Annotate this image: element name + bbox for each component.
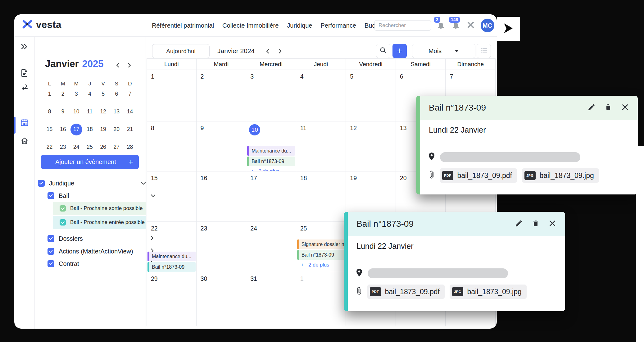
mini-day[interactable]: 12 [97, 103, 110, 121]
tree-item-actions[interactable]: Actions (MatterActionView) [48, 246, 133, 256]
day-cell[interactable]: 4 [296, 70, 346, 121]
mini-day[interactable]: 27 [110, 138, 123, 156]
mini-day[interactable]: 4 [83, 85, 96, 103]
attachment-pdf[interactable]: PDF bail_1873_09.pdf [440, 168, 517, 183]
mini-day[interactable]: 25 [83, 138, 96, 156]
chevron-right-icon[interactable] [127, 62, 132, 70]
day-cell[interactable]: 3 [246, 70, 296, 121]
mini-day[interactable]: 9 [56, 103, 70, 121]
edit-icon[interactable] [587, 103, 596, 112]
nav-referentiel[interactable]: Référentiel patrimonial [152, 22, 214, 29]
day-cell[interactable]: 1 [147, 70, 197, 121]
checkbox-bail[interactable] [48, 192, 54, 199]
brand-logo[interactable]: vesta [22, 19, 61, 30]
day-cell[interactable]: 2 [197, 70, 247, 121]
checkbox-contrat[interactable] [48, 260, 54, 267]
more-events-link[interactable]: +2 de plus [246, 168, 296, 171]
mini-day[interactable]: 5 [97, 85, 110, 103]
day-cell[interactable]: 5 [346, 70, 396, 121]
mini-day[interactable]: 20 [110, 121, 123, 138]
attachment-jpg[interactable]: JPG bail_1873_09.jpg [522, 168, 599, 183]
home-icon[interactable] [20, 137, 29, 146]
day-cell[interactable]: 29 [147, 272, 197, 326]
day-cell-selected[interactable]: 10 Maintenance du... Bail n°1873-09 +2 d… [246, 121, 296, 171]
mini-day[interactable]: 13 [110, 103, 123, 121]
tree-item-bail[interactable]: Bail [48, 191, 69, 201]
day-cell[interactable]: 18 [296, 171, 346, 222]
mini-day[interactable]: 1 [43, 85, 56, 103]
day-cell[interactable]: 23 [197, 222, 247, 272]
mini-day[interactable]: 2 [56, 85, 70, 103]
tree-item-bail-sortie[interactable]: Bail - Prochaine sortie possible [53, 202, 146, 215]
day-cell[interactable]: 8 [147, 121, 197, 171]
nav-performance[interactable]: Performance [320, 22, 356, 29]
mini-day[interactable]: 15 [43, 121, 56, 138]
event-chip[interactable]: Signature dossier n°2... [297, 239, 345, 249]
day-cell[interactable]: 16 [197, 171, 247, 222]
notification-bell-2[interactable]: 148 [451, 21, 461, 30]
avatar[interactable]: MC [481, 19, 494, 32]
attachment-pdf[interactable]: PDF bail_1873_09.pdf [367, 285, 445, 299]
document-icon[interactable] [21, 69, 28, 78]
event-chip[interactable]: Maintenance du... [147, 252, 196, 261]
mini-day[interactable]: 14 [123, 103, 137, 121]
mini-day[interactable]: 10 [70, 103, 83, 121]
swap-arrows-icon[interactable] [20, 84, 29, 92]
mini-day[interactable]: 6 [110, 85, 123, 103]
trash-icon[interactable] [605, 103, 612, 112]
nav-juridique[interactable]: Juridique [287, 22, 312, 29]
view-select[interactable]: Mois [412, 44, 475, 58]
checkbox-actions[interactable] [48, 248, 54, 255]
close-icon[interactable] [621, 103, 629, 112]
tree-item-bail-entree[interactable]: Bail - Prochaine entrée possible [53, 216, 146, 229]
day-cell[interactable]: 15 [147, 171, 197, 222]
day-cell[interactable]: 17 [246, 171, 296, 222]
attachment-jpg[interactable]: JPG bail_1873_09.jpg [450, 285, 527, 299]
tree-item-juridique[interactable]: Juridique [38, 178, 74, 188]
trash-icon[interactable] [532, 219, 539, 229]
event-chip[interactable]: Maintenance du... [247, 146, 295, 156]
mini-day[interactable]: 26 [97, 138, 110, 156]
event-chip[interactable]: Bail n°1873-09 [247, 157, 295, 166]
checkbox-juridique[interactable] [38, 180, 45, 187]
mini-day[interactable]: 24 [70, 138, 83, 156]
checkbox-dossiers[interactable] [48, 235, 54, 242]
chevron-down-icon[interactable] [141, 180, 146, 186]
mini-day[interactable]: 22 [43, 138, 56, 156]
mini-day[interactable]: 21 [123, 121, 137, 138]
mini-day[interactable]: 19 [97, 121, 110, 138]
mini-day[interactable]: 28 [123, 138, 137, 156]
mini-day[interactable]: 16 [56, 121, 70, 138]
add-event-button[interactable]: Ajouter un évènement + [41, 155, 139, 169]
tree-item-dossiers[interactable]: Dossiers [48, 234, 83, 244]
create-event-button[interactable]: + [392, 44, 407, 58]
nav-collecte[interactable]: Collecte Immobilière [222, 22, 279, 29]
checkbox-bail-entree[interactable] [60, 219, 66, 226]
day-cell-22[interactable]: 22 Maintenance du... Bail n°1873-09 [147, 222, 197, 272]
day-cell[interactable]: 9 [197, 121, 247, 171]
day-cell-muted[interactable]: 1 [296, 272, 346, 326]
mini-day[interactable]: 23 [56, 138, 70, 156]
search-events-button[interactable] [376, 44, 390, 58]
list-view-button[interactable] [477, 44, 491, 58]
tree-item-contrat[interactable]: Contrat [48, 259, 79, 269]
day-cell[interactable]: 12 [346, 121, 396, 171]
day-cell[interactable]: 31 [246, 272, 296, 326]
day-cell-25[interactable]: 25 Signature dossier n°2... Bail n°1873-… [296, 222, 346, 272]
expand-sidebar-icon[interactable] [20, 43, 29, 52]
mini-day[interactable]: 8 [43, 103, 56, 121]
chevron-left-icon[interactable] [265, 48, 270, 56]
day-cell[interactable]: 30 [197, 272, 247, 326]
mini-day[interactable]: 3 [70, 85, 83, 103]
day-cell[interactable]: 24 [246, 222, 296, 272]
mini-day[interactable]: 11 [83, 103, 96, 121]
checkbox-bail-sortie[interactable] [60, 205, 66, 212]
event-chip[interactable]: Bail n°1873-09 [297, 250, 345, 260]
calendar-nav-icon[interactable] [20, 118, 29, 128]
mini-day-selected[interactable]: 17 [70, 121, 83, 138]
close-icon[interactable] [548, 219, 556, 229]
edit-icon[interactable] [515, 219, 523, 229]
notification-bell-1[interactable]: 2 [437, 21, 446, 30]
mini-day[interactable]: 7 [123, 85, 137, 103]
more-events-link[interactable]: +2 de plus [296, 262, 346, 268]
